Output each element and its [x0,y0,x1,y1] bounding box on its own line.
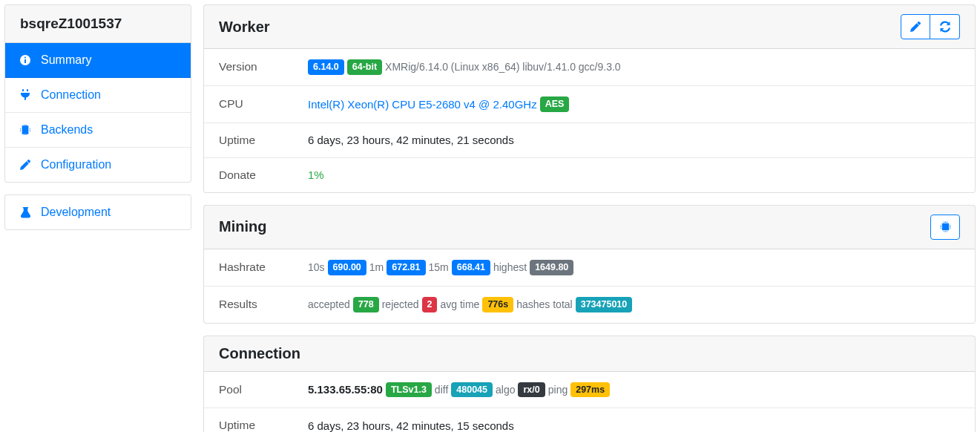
uptime-label: Uptime [219,134,308,147]
hashrate-1m-label: 1m [369,261,384,273]
connection-card: Connection Pool 5.133.65.55:80 TLSv1.3 d… [203,336,976,433]
flask-icon [19,206,32,218]
results-label: Results [219,298,308,311]
hashrate-highest-label: highest [493,261,527,273]
avgtime-label: avg time [440,298,479,310]
sidebar-item-summary[interactable]: Summary [5,43,191,78]
sidebar: bsqreZ1001537 Summary Connection [4,4,191,432]
mining-actions [930,215,960,240]
hashrate-label: Hashrate [219,261,308,274]
uptime-row: Uptime 6 days, 23 hours, 42 minutes, 21 … [204,123,975,158]
microchip-icon [19,124,32,136]
hashrate-highest-value: 1649.80 [530,260,573,275]
edit-button[interactable] [901,14,930,39]
sidebar-item-label: Configuration [41,158,111,171]
svg-point-2 [24,56,26,58]
hashes-value: 373475010 [576,297,633,312]
mining-card-title: Mining [219,218,266,235]
algo-value: rx/0 [518,382,545,398]
cpu-row: CPU Intel(R) Xeon(R) CPU E5-2680 v4 @ 2.… [204,86,975,123]
sidebar-item-label: Development [41,206,111,219]
version-label: Version [219,60,308,73]
info-circle-icon [19,54,32,66]
refresh-icon [939,21,951,33]
donate-label: Donate [219,168,308,182]
donate-value: 1% [308,168,324,181]
worker-actions [901,14,960,39]
pool-row: Pool 5.133.65.55:80 TLSv1.3 diff 480045 … [204,372,975,409]
pool-address: 5.133.65.55:80 [308,383,383,396]
diff-value: 480045 [451,382,493,398]
version-detail: XMRig/6.14.0 (Linux x86_64) libuv/1.41.0… [385,61,621,73]
sidebar-item-label: Connection [41,88,101,102]
sidebar-item-development[interactable]: Development [5,195,191,229]
version-row: Version 6.14.0 64-bit XMRig/6.14.0 (Linu… [204,49,975,86]
conn-uptime-label: Uptime [219,419,308,432]
avgtime-value: 776s [482,297,513,312]
rejected-label: rejected [382,298,419,310]
microchip-icon [940,221,951,232]
hashrate-15m-value: 668.41 [452,260,490,275]
worker-card: Worker Version [203,4,976,193]
worker-card-title: Worker [219,19,270,36]
sidebar-item-label: Summary [41,53,91,67]
sidebar-item-label: Backends [41,123,93,137]
connection-card-title: Connection [219,345,300,362]
pool-label: Pool [219,383,308,396]
version-badge: 6.14.0 [308,59,344,75]
worker-id-title: bsqreZ1001537 [5,5,191,43]
hashrate-1m-value: 672.81 [387,260,425,275]
accepted-value: 778 [353,297,379,312]
sidebar-item-configuration[interactable]: Configuration [5,148,191,182]
tls-badge: TLSv1.3 [386,382,432,398]
uptime-value: 6 days, 23 hours, 42 minutes, 21 seconds [308,134,960,146]
sidebar-nav-card: bsqreZ1001537 Summary Connection [4,4,191,183]
hashrate-row: Hashrate 10s 690.00 1m 672.81 15m 668.41… [204,249,975,287]
main-content: Worker Version [203,4,976,432]
cpu-name-link[interactable]: Intel(R) Xeon(R) CPU E5-2680 v4 @ 2.40GH… [308,98,537,111]
conn-uptime-value: 6 days, 23 hours, 42 minutes, 15 seconds [308,419,960,432]
cpu-label: CPU [219,97,308,111]
plug-icon [19,89,32,101]
rejected-value: 2 [422,297,438,312]
hashrate-10s-label: 10s [308,261,325,273]
mining-card: Mining Hashrate 10s 690.00 1m 672.81 [203,205,976,324]
ping-label: ping [548,384,568,396]
svg-rect-1 [24,59,26,63]
mining-chip-button[interactable] [930,215,960,240]
results-row: Results accepted 778 rejected 2 avg time… [204,287,975,323]
aes-badge: AES [540,96,570,112]
refresh-button[interactable] [930,14,960,39]
bits-badge: 64-bit [347,59,382,75]
ping-value: 297ms [570,382,610,398]
algo-label: algo [496,384,515,396]
hashes-label: hashes total [516,298,573,310]
conn-uptime-row: Uptime 6 days, 23 hours, 42 minutes, 15 … [204,408,975,432]
sidebar-item-backends[interactable]: Backends [5,113,191,148]
pencil-icon [19,160,32,170]
diff-label: diff [435,384,448,396]
accepted-label: accepted [308,298,350,310]
donate-row: Donate 1% [204,158,975,192]
hashrate-10s-value: 690.00 [328,260,366,275]
hashrate-15m-label: 15m [429,261,449,273]
sidebar-item-connection[interactable]: Connection [5,78,191,113]
pencil-icon [910,22,921,32]
sidebar-dev-card: Development [4,194,191,230]
